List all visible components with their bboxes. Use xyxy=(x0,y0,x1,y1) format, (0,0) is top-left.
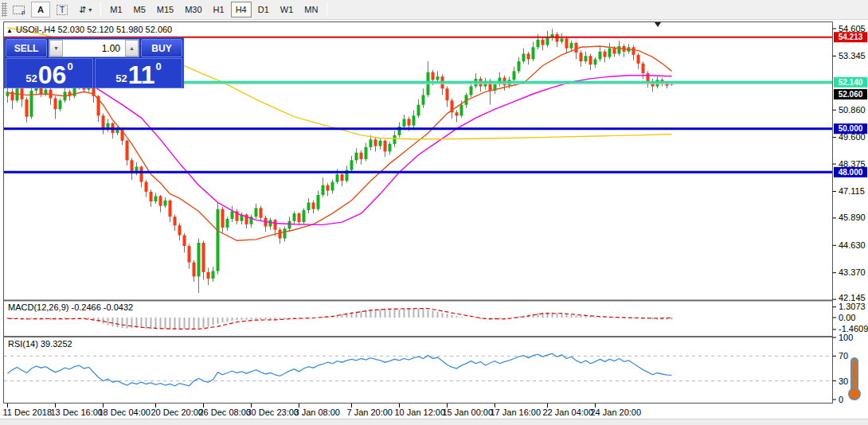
candle-down xyxy=(298,213,301,222)
candle-up xyxy=(307,203,311,211)
volume-stepper: ▼ 1.00 ▲ xyxy=(49,39,139,57)
macd-bar xyxy=(117,318,119,327)
candle-up xyxy=(154,196,158,201)
candle-down xyxy=(604,52,607,57)
time-tick-label: 26 Dec 08:00 xyxy=(199,407,251,417)
macd-bar xyxy=(538,313,539,318)
macd-bar xyxy=(160,318,162,329)
price-badge-label: 52.140 xyxy=(839,78,863,87)
time-tick-label: 17 Jan 16:00 xyxy=(491,407,542,417)
macd-bar xyxy=(241,318,243,320)
macd-bar xyxy=(590,317,592,318)
candle-up xyxy=(608,49,612,57)
macd-bar xyxy=(475,318,477,318)
candle-up xyxy=(226,219,229,228)
macd-bar xyxy=(170,318,171,329)
macd-bar xyxy=(17,318,18,318)
candle-down xyxy=(542,40,545,45)
tab-d1[interactable]: D1 xyxy=(253,2,274,18)
time-tick-label: 24 Jan 20:00 xyxy=(591,407,642,417)
buy-button[interactable]: BUY xyxy=(141,39,182,57)
macd-bar xyxy=(633,318,635,318)
tab-m15[interactable]: M15 xyxy=(152,2,178,18)
macd-bar xyxy=(600,317,601,318)
candle-up xyxy=(436,76,440,80)
chevron-down-icon: ▾ xyxy=(88,6,92,14)
volume-up-button[interactable]: ▲ xyxy=(125,40,139,57)
candle-down xyxy=(188,246,191,262)
candle-down xyxy=(126,141,129,161)
macd-bar xyxy=(566,314,568,318)
candle-up xyxy=(6,92,10,96)
candle-down xyxy=(384,141,387,152)
tab-mn[interactable]: MN xyxy=(299,2,323,18)
tab-h4-selected[interactable]: H4 xyxy=(231,2,252,18)
tab-m1[interactable]: M1 xyxy=(105,2,127,18)
candle-up xyxy=(618,46,621,54)
candle-up xyxy=(561,38,564,41)
candle-up xyxy=(217,209,220,271)
candle-down xyxy=(642,64,645,73)
rsi-axis-label: 100 xyxy=(839,333,853,342)
sell-price-display[interactable]: 52 06 0 xyxy=(6,58,93,88)
macd-bar xyxy=(399,310,401,318)
volume-down-button[interactable]: ▼ xyxy=(49,40,63,57)
candle-down xyxy=(326,185,330,191)
candle-up xyxy=(255,208,258,216)
text-label-button[interactable]: T xyxy=(52,2,72,18)
volume-input[interactable]: 1.00 xyxy=(63,40,125,57)
macd-bar xyxy=(375,310,377,318)
candle-down xyxy=(580,53,583,61)
buy-price-display[interactable]: 52 11 0 xyxy=(95,58,182,88)
font-a-button[interactable]: A xyxy=(31,2,50,18)
tab-h1[interactable]: H1 xyxy=(209,2,229,18)
candle-down xyxy=(556,34,559,42)
candle-up xyxy=(412,115,416,125)
symbol-ohlc-text: USOil-,H4 52.030 52.120 51.980 52.060 xyxy=(16,25,172,34)
time-tick-label: 7 Jan 20:00 xyxy=(347,407,393,417)
price-badge-label: 54.213 xyxy=(839,33,863,41)
price-tick-label: 43.370 xyxy=(839,267,866,277)
macd-bar xyxy=(361,311,362,318)
candle-down xyxy=(202,243,205,272)
window-bottom-strip xyxy=(0,419,868,425)
time-tick-label: 13 Dec 16:00 xyxy=(51,407,103,417)
macd-bar xyxy=(576,315,577,318)
macd-axis-label: 1.3073 xyxy=(839,302,866,311)
macd-bar xyxy=(189,318,190,329)
candle-up xyxy=(460,105,463,116)
candle-up xyxy=(532,47,535,59)
candle-up xyxy=(197,243,201,276)
candle-up xyxy=(322,185,325,195)
chart-title: ▲USOil-,H4 52.030 52.120 51.980 52.060 xyxy=(6,25,172,34)
time-tick-label: 18 Dec 04:00 xyxy=(99,407,151,417)
macd-bar xyxy=(256,318,257,319)
macd-bar xyxy=(571,315,573,318)
rsi-pane[interactable] xyxy=(4,353,832,386)
candle-up xyxy=(212,271,215,279)
tab-m5[interactable]: M5 xyxy=(129,2,151,18)
macd-bar xyxy=(36,318,37,318)
tab-w1[interactable]: W1 xyxy=(276,2,299,18)
sell-price-point: 0 xyxy=(67,60,72,72)
macd-bar xyxy=(557,313,558,318)
sell-button[interactable]: SELL xyxy=(6,39,47,57)
macd-bar xyxy=(671,318,673,320)
macd-bar xyxy=(79,318,80,318)
candle-down xyxy=(178,225,182,235)
template-button[interactable]: F xyxy=(8,2,29,18)
buy-price-prefix: 52 xyxy=(115,72,127,84)
macd-bar xyxy=(413,308,415,318)
candle-up xyxy=(365,147,368,159)
macd-bar xyxy=(342,314,343,318)
tab-m30[interactable]: M30 xyxy=(180,2,206,18)
toolbar-grip[interactable] xyxy=(2,2,7,17)
candle-up xyxy=(422,95,425,104)
price-tick-label: 44.630 xyxy=(839,240,866,250)
macd-bar xyxy=(98,318,100,322)
cycle-arrows-button[interactable]: ⇵ ▾ xyxy=(74,2,96,18)
macd-bar xyxy=(614,318,616,318)
candle-down xyxy=(145,182,148,192)
collapse-triangle-icon[interactable]: ▲ xyxy=(6,27,13,34)
candle-down xyxy=(408,119,411,125)
